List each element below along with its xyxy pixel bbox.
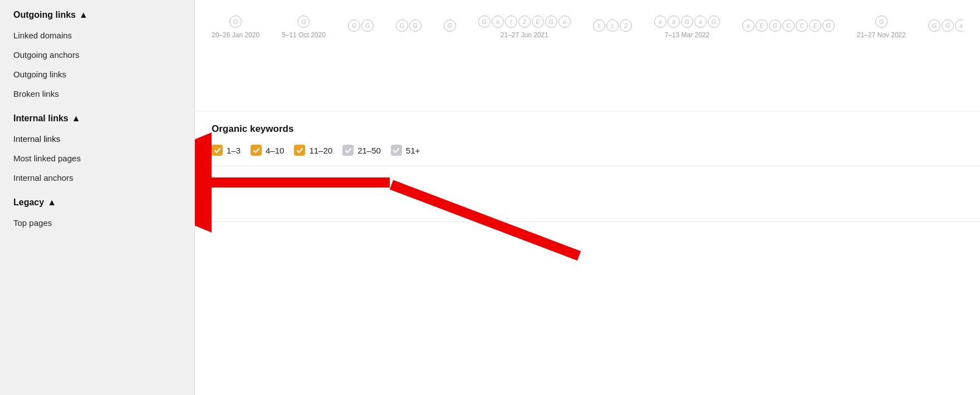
timeline-container: G 20–26 Jan 2020 G 5–11 Oct 2020 G G <box>212 10 963 42</box>
timeline-label-6: 21–27 Jun 2021 <box>501 31 548 39</box>
sidebar-item-most-linked-pages[interactable]: Most linked pages <box>0 149 194 168</box>
timeline-icon: a <box>742 19 754 32</box>
timeline-icon: G <box>348 19 360 32</box>
timeline-icon: G <box>229 16 242 28</box>
sidebar-section-legacy-label: Legacy <box>13 198 44 208</box>
timeline-icon: ( <box>505 16 517 28</box>
timeline-label-2: 5–11 Oct 2020 <box>282 31 326 39</box>
outgoing-links-chevron-icon: ▲ <box>79 10 88 20</box>
sidebar-item-linked-domains[interactable]: Linked domains <box>0 26 194 45</box>
keywords-section: Organic keywords 1–3 4–10 <box>195 111 980 166</box>
filter-1-3[interactable]: 1–3 <box>212 145 241 156</box>
sidebar-section-legacy[interactable]: Legacy ▲ <box>0 187 194 213</box>
timeline-icon: 2 <box>620 19 632 32</box>
timeline-icon: G <box>545 16 557 28</box>
sidebar-section-internal-links-label: Internal links <box>13 113 68 124</box>
filter-4-10[interactable]: 4–10 <box>251 145 284 156</box>
timeline-group-2: G 5–11 Oct 2020 <box>282 16 326 39</box>
filter-51plus[interactable]: 51+ <box>391 145 420 156</box>
filter-21-50[interactable]: 21–50 <box>342 145 381 156</box>
sidebar-item-broken-links[interactable]: Broken links <box>0 84 194 103</box>
timeline-icon: E <box>809 19 821 32</box>
checkbox-21-50[interactable] <box>342 145 354 156</box>
sidebar-item-internal-links[interactable]: Internal links <box>0 129 194 149</box>
filter-label-11-20: 11–20 <box>309 146 332 155</box>
timeline-icon: E <box>756 19 768 32</box>
timeline-icon: a <box>955 19 963 32</box>
main-content: G 20–26 Jan 2020 G 5–11 Oct 2020 G G <box>195 0 980 395</box>
timeline-icon: G <box>708 16 720 28</box>
internal-links-chevron-icon: ▲ <box>72 113 81 124</box>
filter-label-51plus: 51+ <box>406 146 420 155</box>
timeline-icon: a <box>654 16 667 28</box>
timeline-icon: C <box>796 19 808 32</box>
timeline-group-4: G G <box>396 19 422 35</box>
empty-section-1 <box>195 166 980 222</box>
filter-11-20[interactable]: 11–20 <box>294 145 332 156</box>
checkbox-1-3[interactable] <box>212 145 223 156</box>
timeline-icon: G <box>942 19 954 32</box>
filter-label-21-50: 21–50 <box>357 146 381 155</box>
sidebar-section-outgoing-links[interactable]: Outgoing links ▲ <box>0 0 194 26</box>
timeline-group-6: G a ( 2 E G a 21–27 Jun 2021 <box>478 16 571 39</box>
timeline-icon: c <box>593 19 605 32</box>
sidebar-section-outgoing-links-label: Outgoing links <box>13 10 76 20</box>
timeline-icon: a <box>694 16 707 28</box>
timeline-group-10: G 21–27 Nov 2022 <box>857 16 906 39</box>
sidebar-item-outgoing-links[interactable]: Outgoing links <box>0 65 194 84</box>
keywords-title: Organic keywords <box>212 124 963 135</box>
sidebar-item-outgoing-anchors[interactable]: Outgoing anchors <box>0 45 194 65</box>
timeline-icon: G <box>396 19 408 32</box>
chart-area: G 20–26 Jan 2020 G 5–11 Oct 2020 G G <box>195 0 980 111</box>
sidebar: Outgoing links ▲ Linked domains Outgoing… <box>0 0 195 395</box>
timeline-icon: G <box>875 16 888 28</box>
timeline-icon: G <box>769 19 781 32</box>
filter-label-1-3: 1–3 <box>227 146 241 155</box>
timeline-icon: a <box>558 16 571 28</box>
timeline-icon: G <box>478 16 491 28</box>
timeline-icon: G <box>822 19 835 32</box>
timeline-icon: c <box>606 19 619 32</box>
timeline-group-7: c c 2 <box>593 19 632 35</box>
keywords-filters: 1–3 4–10 11–20 <box>212 145 963 156</box>
timeline-icon: G <box>681 16 693 28</box>
timeline-group-5: G <box>444 19 456 35</box>
timeline-icon: G <box>928 19 940 32</box>
timeline-group-1: G 20–26 Jan 2020 <box>212 16 259 39</box>
sidebar-section-internal-links[interactable]: Internal links ▲ <box>0 103 194 129</box>
timeline-icon: G <box>444 19 456 32</box>
timeline-icon: G <box>297 16 310 28</box>
timeline-icon: a <box>492 16 504 28</box>
timeline-group-11: G G a G <box>928 19 963 35</box>
timeline-icon: C <box>782 19 795 32</box>
legacy-chevron-icon: ▲ <box>47 198 56 208</box>
timeline-group-8: a a G a G 7–13 Mar 2022 <box>654 16 720 39</box>
timeline-group-9: a E G C C E G <box>742 19 835 35</box>
checkbox-11-20[interactable] <box>294 145 305 156</box>
timeline-icon: G <box>361 19 374 32</box>
timeline-label-10: 21–27 Nov 2022 <box>857 31 906 39</box>
timeline-icon: G <box>409 19 422 32</box>
checkbox-4-10[interactable] <box>251 145 262 156</box>
sidebar-item-internal-anchors[interactable]: Internal anchors <box>0 168 194 187</box>
filter-label-4-10: 4–10 <box>266 146 284 155</box>
timeline-label-8: 7–13 Mar 2022 <box>664 31 709 39</box>
timeline-icon: E <box>532 16 544 28</box>
timeline-icon: 2 <box>518 16 531 28</box>
empty-section-2 <box>195 222 980 289</box>
sidebar-item-top-pages[interactable]: Top pages <box>0 213 194 233</box>
checkbox-51plus[interactable] <box>391 145 402 156</box>
timeline-icon: a <box>668 16 680 28</box>
timeline-group-3: G G <box>348 19 374 35</box>
timeline-label-1: 20–26 Jan 2020 <box>212 31 259 39</box>
